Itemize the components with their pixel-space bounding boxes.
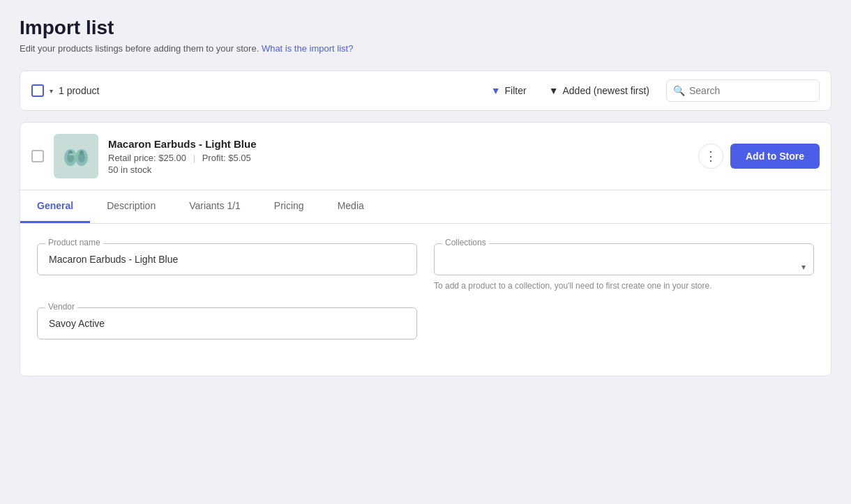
collections-select[interactable] — [434, 243, 814, 275]
toolbar-left: ▾ 1 product — [31, 84, 485, 97]
tab-pricing[interactable]: Pricing — [257, 190, 321, 223]
tab-description[interactable]: Description — [90, 190, 172, 223]
sort-button[interactable]: ▼ Added (newest first) — [543, 82, 655, 99]
svg-point-6 — [80, 151, 84, 155]
product-name-input[interactable] — [37, 243, 417, 275]
toolbar: ▾ 1 product ▼ Filter ▼ Added (newest fir… — [20, 70, 831, 111]
form-row-1: Product name Collections ▾ To add a prod… — [37, 243, 814, 291]
product-info: Macaron Earbuds - Light Blue Retail pric… — [108, 138, 688, 175]
add-to-store-button[interactable]: Add to Store — [730, 144, 820, 169]
tab-media[interactable]: Media — [321, 190, 381, 223]
product-image — [54, 134, 98, 178]
product-count: 1 product — [59, 85, 99, 96]
product-stock: 50 in stock — [108, 165, 688, 175]
more-options-button[interactable]: ⋮ — [698, 144, 723, 169]
product-name-field: Product name — [37, 243, 417, 291]
product-meta: Retail price: $25.00 | Profit: $5.05 — [108, 153, 688, 163]
product-name-label: Product name — [45, 238, 103, 247]
page-subtitle: Edit your products listings before addin… — [20, 43, 831, 54]
sort-icon: ▼ — [549, 85, 559, 96]
filter-button[interactable]: ▼ Filter — [485, 82, 532, 99]
import-list-link[interactable]: What is the import list? — [262, 43, 354, 54]
select-dropdown-arrow[interactable]: ▾ — [50, 87, 53, 95]
search-icon: 🔍 — [673, 85, 685, 96]
product-checkbox[interactable] — [31, 150, 44, 162]
toolbar-right: ▼ Filter ▼ Added (newest first) 🔍 — [485, 79, 820, 102]
select-all-checkbox[interactable] — [31, 84, 44, 97]
product-actions: ⋮ Add to Store — [698, 144, 820, 169]
product-card: Macaron Earbuds - Light Blue Retail pric… — [20, 122, 831, 376]
product-header: Macaron Earbuds - Light Blue Retail pric… — [20, 123, 831, 190]
vendor-field: Vendor — [37, 307, 417, 339]
collections-hint: To add a product to a collection, you'll… — [434, 281, 814, 291]
svg-rect-7 — [69, 153, 76, 155]
collections-label: Collections — [442, 238, 489, 247]
search-wrap: 🔍 — [666, 79, 820, 102]
product-tabs: General Description Variants 1/1 Pricing… — [20, 190, 831, 223]
product-name: Macaron Earbuds - Light Blue — [108, 138, 688, 150]
collections-field: Collections ▾ To add a product to a coll… — [434, 243, 814, 291]
vendor-input[interactable] — [37, 307, 417, 339]
product-image-svg — [59, 139, 93, 173]
filter-icon: ▼ — [491, 85, 501, 96]
tab-variants[interactable]: Variants 1/1 — [172, 190, 257, 223]
page-title: Import list — [20, 17, 831, 39]
tab-content-general: Product name Collections ▾ To add a prod… — [20, 223, 831, 376]
tab-general[interactable]: General — [20, 190, 90, 223]
search-input[interactable] — [666, 79, 820, 102]
vendor-label: Vendor — [45, 302, 77, 312]
form-row-2: Vendor — [37, 307, 814, 339]
